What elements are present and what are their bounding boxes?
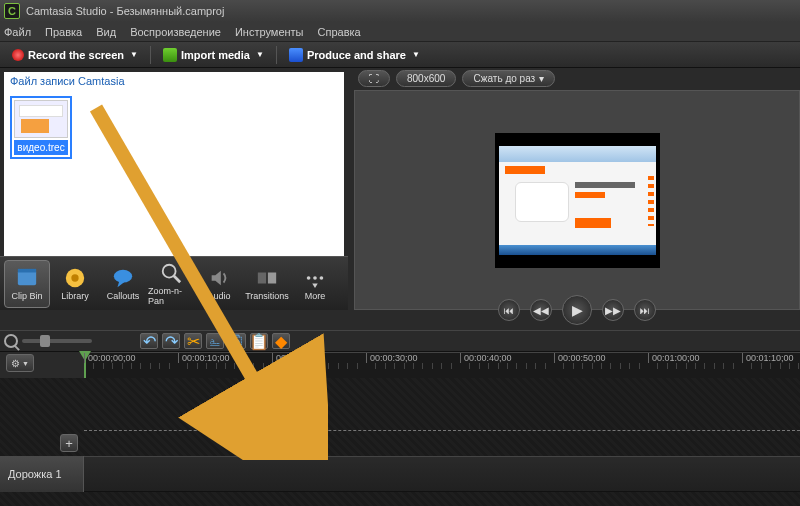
produce-icon xyxy=(289,48,303,62)
track-lane-1[interactable] xyxy=(84,456,800,492)
forward-icon: ▶▶ xyxy=(605,305,621,316)
preview-content xyxy=(499,146,656,255)
ruler-tick: 00:00;00;00 xyxy=(84,353,136,363)
redo-button[interactable]: ↷ xyxy=(162,333,180,349)
menu-tools[interactable]: Инструменты xyxy=(235,26,304,38)
skip-back-button[interactable]: ⏮ xyxy=(498,299,520,321)
tab-callouts[interactable]: Callouts xyxy=(100,260,146,308)
clip-thumbnail[interactable]: видео.trec xyxy=(10,96,72,159)
transport-controls: ⏮ ◀◀ ▶ ▶▶ ⏭ xyxy=(358,295,796,325)
track-divider xyxy=(84,430,800,431)
tab-audio[interactable]: Audio xyxy=(196,260,242,308)
separator xyxy=(276,46,277,64)
marker-button[interactable]: ◆ xyxy=(272,333,290,349)
track-header-1[interactable]: Дорожка 1 xyxy=(0,456,84,492)
tab-label: Transitions xyxy=(245,291,289,301)
ruler-tick: 00:00:50;00 xyxy=(554,353,606,363)
library-icon xyxy=(63,267,87,289)
tab-more[interactable]: More xyxy=(292,260,338,308)
import-icon xyxy=(163,48,177,62)
undo-button[interactable]: ↶ xyxy=(140,333,158,349)
chevron-down-icon: ▼ xyxy=(256,50,264,59)
rewind-icon: ◀◀ xyxy=(533,305,549,316)
window-title: Camtasia Studio - Безымянный.camproj xyxy=(26,5,224,17)
play-button[interactable]: ▶ xyxy=(562,295,592,325)
tool-tabs: Clip Bin Library Callouts Zoom-n-Pan Aud… xyxy=(0,256,348,310)
menu-edit[interactable]: Правка xyxy=(45,26,82,38)
tab-clip-bin[interactable]: Clip Bin xyxy=(4,260,50,308)
skip-back-icon: ⏮ xyxy=(504,305,514,316)
main-toolbar: Record the screen ▼ Import media ▼ Produ… xyxy=(0,42,800,68)
record-label: Record the screen xyxy=(28,49,124,61)
menu-file[interactable]: Файл xyxy=(4,26,31,38)
preview-pane xyxy=(354,90,800,310)
tab-library[interactable]: Library xyxy=(52,260,98,308)
menu-help[interactable]: Справка xyxy=(318,26,361,38)
import-label: Import media xyxy=(181,49,250,61)
svg-point-11 xyxy=(320,276,324,280)
add-track-button[interactable]: + xyxy=(60,434,78,452)
ruler-tick: 00:01:10;00 xyxy=(742,353,794,363)
svg-point-5 xyxy=(163,264,176,277)
produce-label: Produce and share xyxy=(307,49,406,61)
svg-rect-7 xyxy=(258,272,266,283)
produce-share-button[interactable]: Produce and share ▼ xyxy=(283,46,426,64)
clip-bin-header: Файл записи Camtasia xyxy=(4,72,344,90)
chevron-down-icon: ▼ xyxy=(412,50,420,59)
separator xyxy=(150,46,151,64)
cut-button[interactable]: ✂ xyxy=(184,333,202,349)
timeline-toolbar: ↶ ↷ ✂ ⎁ ⎘ 📋 ◆ xyxy=(0,330,800,352)
forward-button[interactable]: ▶▶ xyxy=(602,299,624,321)
svg-point-10 xyxy=(313,276,317,280)
menu-view[interactable]: Вид xyxy=(96,26,116,38)
callouts-icon xyxy=(111,267,135,289)
timeline-gear-button[interactable]: ⚙▼ xyxy=(6,354,34,372)
ruler-tick: 00:00:20;00 xyxy=(272,353,324,363)
play-icon: ▶ xyxy=(572,302,583,318)
gear-icon: ⚙ xyxy=(11,358,20,369)
split-button[interactable]: ⎁ xyxy=(206,333,224,349)
ruler-tick: 00:00:10;00 xyxy=(178,353,230,363)
chevron-down-icon: ▼ xyxy=(130,50,138,59)
clip-bin-icon xyxy=(15,267,39,289)
skip-forward-button[interactable]: ⏭ xyxy=(634,299,656,321)
tab-label: Library xyxy=(61,291,89,301)
timeline-options: ⚙▼ xyxy=(0,352,84,374)
svg-rect-8 xyxy=(268,272,276,283)
record-icon xyxy=(12,49,24,61)
preview-canvas[interactable] xyxy=(495,133,660,268)
title-bar: C Camtasia Studio - Безымянный.camproj xyxy=(0,0,800,22)
paste-button[interactable]: 📋 xyxy=(250,333,268,349)
ruler-tick: 00:00:30;00 xyxy=(366,353,418,363)
import-media-button[interactable]: Import media ▼ xyxy=(157,46,270,64)
ruler-tick: 00:00:40;00 xyxy=(460,353,512,363)
app-logo-icon: C xyxy=(4,3,20,19)
skip-forward-icon: ⏭ xyxy=(640,305,650,316)
track-label: Дорожка 1 xyxy=(8,468,62,480)
ruler-tick: 00:01:00;00 xyxy=(648,353,700,363)
tab-label: Callouts xyxy=(107,291,140,301)
zoom-slider[interactable] xyxy=(22,339,92,343)
svg-rect-0 xyxy=(18,270,36,285)
rewind-button[interactable]: ◀◀ xyxy=(530,299,552,321)
menu-bar: Файл Правка Вид Воспроизведение Инструме… xyxy=(0,22,800,42)
zoom-out-icon[interactable] xyxy=(4,334,18,348)
copy-button[interactable]: ⎘ xyxy=(228,333,246,349)
audio-icon xyxy=(207,267,231,289)
tab-transitions[interactable]: Transitions xyxy=(244,260,290,308)
svg-point-4 xyxy=(114,269,132,282)
tab-label: More xyxy=(305,291,326,301)
clip-thumbnail-image xyxy=(14,100,68,138)
svg-rect-1 xyxy=(18,268,36,272)
timeline-tracks[interactable]: + Дорожка 1 xyxy=(0,378,800,506)
clip-thumbnail-label: видео.trec xyxy=(14,140,68,155)
tab-label: Clip Bin xyxy=(11,291,42,301)
plus-icon: + xyxy=(65,436,73,451)
record-screen-button[interactable]: Record the screen ▼ xyxy=(6,47,144,63)
tab-zoom-n-pan[interactable]: Zoom-n-Pan xyxy=(148,260,194,308)
timeline-ruler[interactable]: 00:00;00;0000:00:10;0000:00:20;0000:00:3… xyxy=(84,352,800,378)
tab-label: Audio xyxy=(207,291,230,301)
menu-play[interactable]: Воспроизведение xyxy=(130,26,221,38)
zoom-icon xyxy=(159,262,183,284)
tab-label: Zoom-n-Pan xyxy=(148,286,194,306)
